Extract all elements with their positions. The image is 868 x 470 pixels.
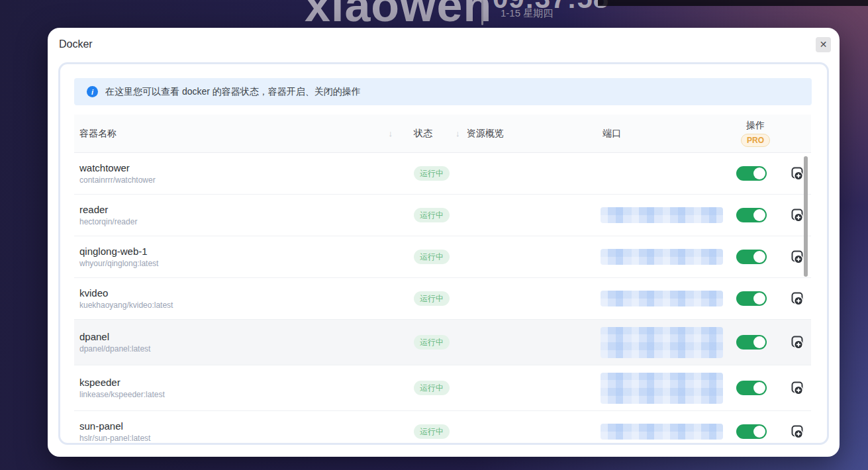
container-name: reader — [79, 204, 409, 215]
container-name: sun-panel — [79, 420, 409, 432]
toggle-knob — [753, 336, 765, 348]
container-power-toggle[interactable] — [736, 424, 767, 439]
status-badge: 运行中 — [414, 335, 450, 350]
toggle-knob — [753, 251, 765, 263]
table-row: dpanel dpanel/dpanel:latest 运行中 — [74, 320, 811, 365]
table-row: qinglong-web-1 whyour/qinglong:latest 运行… — [74, 236, 811, 278]
container-image: hslr/sun-panel:latest — [79, 434, 409, 443]
container-name: qinglong-web-1 — [79, 246, 409, 257]
info-alert: i 在这里您可以查看 docker 的容器状态，容器开启、关闭的操作 — [74, 78, 812, 105]
table-body: watchtower containrrr/watchtower 运行中 rea — [74, 153, 811, 445]
docker-dialog: Docker ✕ i 在这里您可以查看 docker 的容器状态，容器开启、关闭… — [48, 28, 840, 457]
table-row: kspeeder linkease/kspeeder:latest 运行中 — [74, 365, 811, 411]
table-row: watchtower containrrr/watchtower 运行中 — [74, 153, 811, 195]
dialog-title: Docker — [59, 38, 93, 50]
ports-redacted-block — [601, 424, 723, 440]
container-power-toggle[interactable] — [736, 208, 767, 222]
status-badge: 运行中 — [414, 424, 450, 439]
info-icon: i — [87, 86, 98, 97]
table-row: kvideo kuekhaoyang/kvideo:latest 运行中 — [74, 278, 811, 320]
container-power-toggle[interactable] — [736, 250, 767, 264]
docker-panel: i 在这里您可以查看 docker 的容器状态，容器开启、关闭的操作 容器名称 … — [58, 62, 829, 445]
container-image: kuekhaoyang/kvideo:latest — [79, 301, 409, 310]
status-badge: 运行中 — [414, 381, 450, 395]
column-header-actions: 操作 — [746, 120, 765, 132]
status-badge: 运行中 — [414, 250, 450, 264]
ports-redacted-block — [601, 291, 723, 306]
container-add-icon-button[interactable] — [790, 334, 806, 350]
status-badge: 运行中 — [414, 291, 450, 306]
column-header-name: 容器名称 — [79, 128, 117, 140]
table-header-row: 容器名称 ↓ 状态 ↓ 资源概览 端口 操作 PRO — [74, 115, 811, 153]
container-name: dpanel — [79, 331, 409, 342]
toggle-knob — [753, 209, 765, 221]
toggle-knob — [753, 382, 765, 394]
wallpaper-divider — [481, 0, 483, 25]
container-name: kspeeder — [79, 377, 409, 388]
wallpaper-top-edge — [598, 0, 868, 6]
container-power-toggle[interactable] — [736, 381, 767, 395]
info-alert-text: 在这里您可以查看 docker 的容器状态，容器开启、关闭的操作 — [105, 86, 361, 98]
column-header-status: 状态 — [414, 128, 432, 140]
square-plus-icon — [790, 334, 806, 350]
table-row: reader hectorqin/reader 运行中 — [74, 195, 811, 236]
ports-redacted-block — [601, 249, 723, 265]
container-name: watchtower — [79, 162, 409, 173]
wallpaper-clock-date: 1-15 星期四 — [501, 7, 553, 20]
wallpaper-brand-text: xiaowen — [305, 0, 492, 32]
container-power-toggle[interactable] — [736, 335, 767, 350]
table-row: sun-panel hslr/sun-panel:latest 运行中 — [74, 411, 811, 445]
container-table: 容器名称 ↓ 状态 ↓ 资源概览 端口 操作 PRO watchtower co… — [74, 115, 811, 445]
sort-desc-icon[interactable]: ↓ — [389, 128, 393, 138]
ports-redacted-block — [601, 207, 723, 223]
container-add-icon-button[interactable] — [790, 380, 806, 396]
container-add-icon-button[interactable] — [790, 424, 806, 440]
container-add-icon-button[interactable] — [790, 291, 806, 306]
toggle-knob — [753, 167, 765, 179]
toggle-knob — [753, 293, 765, 305]
scrollbar-thumb[interactable] — [804, 156, 808, 277]
sort-desc-icon[interactable]: ↓ — [456, 128, 460, 138]
ports-redacted-block — [601, 373, 723, 404]
column-header-ports: 端口 — [601, 128, 726, 140]
square-plus-icon — [790, 380, 806, 396]
toggle-knob — [753, 426, 765, 438]
square-plus-icon — [790, 291, 806, 306]
close-icon[interactable]: ✕ — [816, 37, 831, 52]
container-power-toggle[interactable] — [736, 166, 767, 181]
container-name: kvideo — [79, 287, 409, 299]
ports-redacted-block — [601, 327, 723, 358]
container-power-toggle[interactable] — [736, 291, 767, 306]
container-image: containrrr/watchtower — [79, 175, 409, 185]
container-image: hectorqin/reader — [79, 217, 409, 226]
container-image: whyour/qinglong:latest — [79, 259, 409, 268]
pro-badge: PRO — [741, 134, 770, 147]
column-header-resources: 资源概览 — [465, 128, 601, 140]
square-plus-icon — [790, 424, 806, 440]
status-badge: 运行中 — [414, 166, 450, 181]
container-image: dpanel/dpanel:latest — [79, 344, 409, 353]
container-image: linkease/kspeeder:latest — [79, 390, 409, 399]
status-badge: 运行中 — [414, 208, 450, 222]
